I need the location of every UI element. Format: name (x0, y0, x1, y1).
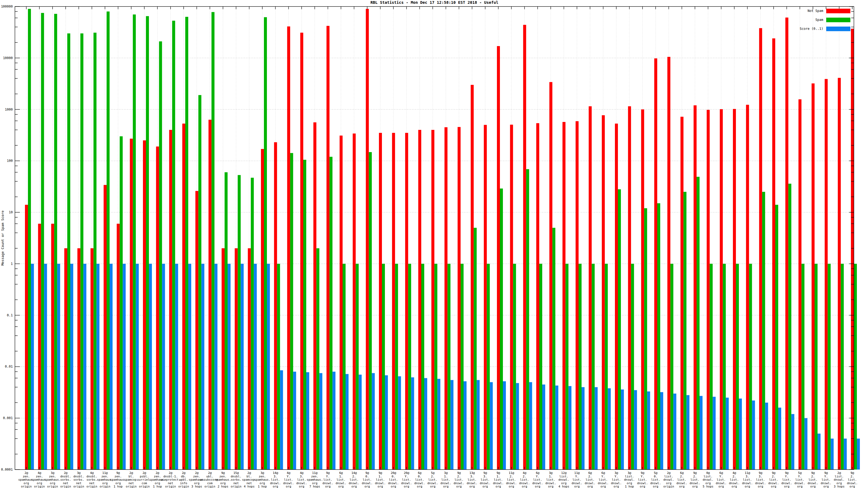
x-category-label: list. (743, 478, 752, 482)
x-category-label: org (37, 482, 42, 485)
bar-spam (539, 264, 542, 469)
x-category-label: 2@ (182, 471, 186, 475)
x-category-label: list. (808, 478, 817, 482)
x-category-label: 9@ (221, 471, 225, 475)
x-category-label: 2. (850, 475, 854, 478)
bar-not-spam (615, 124, 618, 469)
bar-spam (80, 33, 83, 469)
bar-spam (28, 9, 31, 469)
x-category-label: 11@ (745, 471, 750, 475)
x-category-label: list. (546, 478, 555, 482)
bar-score-0-1- (424, 378, 427, 469)
x-category-label: Y. (614, 475, 618, 478)
x-category-label: 9@ (641, 471, 645, 475)
x-category-label: 4@ (38, 471, 41, 475)
x-category-label: zen. (101, 475, 109, 478)
x-category-label: dnswl. (296, 482, 307, 485)
bar-spam (146, 16, 149, 469)
x-category-label: dnswl. (480, 482, 491, 485)
x-category-label: 2. (510, 475, 513, 478)
bar-not-spam (667, 57, 670, 469)
bar-spam (592, 264, 595, 469)
bar-spam (343, 264, 346, 469)
bar-score-0-1- (162, 264, 165, 469)
bar-spam (106, 11, 110, 469)
x-category-label: 11@ (312, 471, 317, 475)
bar-score-0-1- (582, 387, 585, 469)
bar-score-0-1- (70, 264, 73, 469)
x-category-label: 3@ (444, 471, 448, 475)
bar-score-0-1- (280, 370, 283, 469)
bar-not-spam (38, 224, 41, 469)
bar-not-spam (182, 124, 185, 469)
bar-spam (421, 264, 424, 469)
x-category-label: sorbs. (230, 478, 241, 482)
x-category-label: 2@ (64, 471, 67, 475)
x-category-label: org (299, 485, 304, 488)
x-category-label: org (273, 485, 278, 488)
bar-not-spam (340, 135, 343, 469)
x-category-label: org (797, 485, 803, 488)
x-category-label: 2@ (24, 471, 28, 475)
x-category-label: dnswl. (820, 482, 831, 485)
x-category-label: 9@ (850, 471, 854, 475)
bar-not-spam (313, 122, 316, 469)
bar-not-spam (602, 115, 605, 469)
bar-score-0-1- (359, 375, 362, 469)
x-category-label: 4@ (300, 471, 304, 475)
bar-not-spam (117, 224, 120, 469)
x-category-label: Y. (719, 475, 723, 478)
x-category-label: Y. (326, 475, 330, 478)
bar-score-0-1- (778, 408, 781, 469)
x-category-label: list. (454, 478, 463, 482)
bar-spam (395, 264, 398, 469)
bar-spam (303, 160, 306, 469)
x-category-label: org (220, 482, 226, 485)
bar-not-spam (825, 79, 828, 469)
x-category-label: wpbl. (179, 478, 188, 482)
bar-score-0-1- (844, 438, 847, 469)
x-category-label: list. (559, 475, 568, 478)
x-category-label: origin (60, 485, 71, 488)
bar-spam (500, 188, 503, 469)
x-category-label: list. (480, 478, 490, 482)
x-category-label: 20@ (391, 471, 396, 475)
bar-not-spam (536, 123, 539, 469)
bar-spam (828, 264, 831, 469)
bar-score-0-1- (451, 380, 454, 469)
bar-score-0-1- (490, 382, 493, 469)
bars (25, 9, 860, 469)
bar-spam (788, 184, 791, 469)
x-category-label: 3@ (77, 471, 81, 475)
bar-score-0-1- (595, 387, 597, 469)
x-category-label: 2@ (129, 471, 133, 475)
bar-spam (159, 41, 162, 469)
x-category-label: dnswl. (270, 482, 281, 485)
x-category-label: 6@ (536, 471, 539, 475)
x-category-label: list. (612, 478, 621, 482)
chart-title: RBL Statistics - Mon Dec 17 12:58:10 EST… (371, 0, 498, 5)
x-category-label: 4@ (733, 471, 736, 475)
x-category-label: org (102, 482, 108, 485)
x-category-label: 2 hops (218, 485, 228, 488)
bar-spam (212, 12, 215, 469)
bar-score-0-1- (686, 395, 689, 469)
bar-spam (657, 203, 660, 469)
x-category-label: Y. (798, 475, 802, 478)
x-category-label: 0@ (706, 471, 710, 475)
bar-score-0-1- (57, 264, 60, 469)
bar-spam (710, 264, 713, 469)
x-category-label: origin (21, 485, 32, 488)
x-category-label: org (115, 482, 121, 485)
x-category-label: dnswl. (362, 482, 373, 485)
x-category-label: 3. (759, 475, 762, 478)
bar-spam (369, 152, 372, 469)
x-category-label: zen. (259, 475, 266, 478)
x-category-label: org (325, 485, 331, 488)
x-category-label: list. (769, 478, 778, 482)
bar-score-0-1- (110, 264, 113, 469)
x-category-label: com (142, 482, 147, 485)
x-category-label: org (404, 485, 409, 488)
x-category-label: org (391, 485, 396, 488)
bar-not-spam (91, 248, 94, 469)
